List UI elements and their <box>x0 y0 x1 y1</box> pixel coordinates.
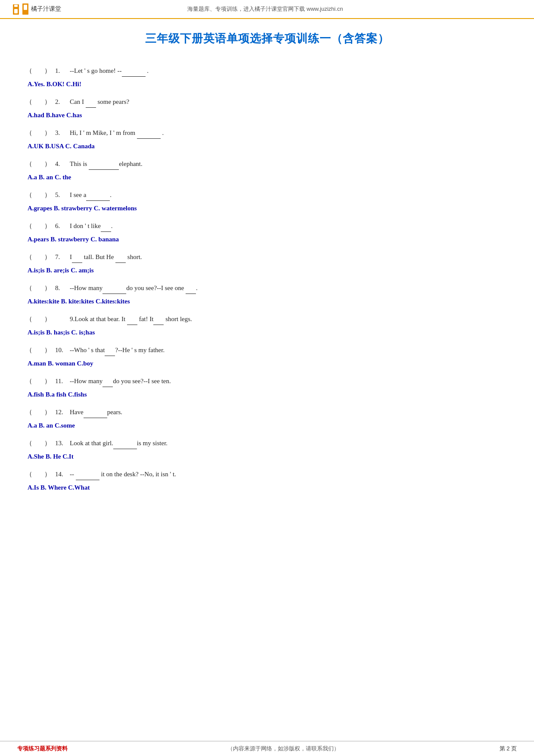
footer-right: 第 2 页 <box>500 745 517 753</box>
options-row: A.is;is B. are;is C. am;is <box>26 265 508 276</box>
options-row: A.man B. woman C.boy <box>26 358 508 369</box>
logo-icon <box>13 3 28 15</box>
options-row: A.had B.have C.has <box>26 109 508 121</box>
question-row: （ ） 4. This is elephant. <box>26 158 508 170</box>
options-row: A.She B. He C.It <box>26 451 508 462</box>
question-row: （ ） 5. I see a. <box>26 189 508 201</box>
question-number: 1. <box>55 65 67 77</box>
options-row: A.is;is B. has;is C. is;has <box>26 327 508 338</box>
options-row: A.a B. an C.some <box>26 420 508 431</box>
footer-center: （内容来源于网络，如涉版权，请联系我们） <box>227 745 339 753</box>
footer-left: 专项练习题系列资料 <box>17 745 68 753</box>
question-row: （ ） 7. I tall. But He short. <box>26 251 508 263</box>
question-row: （ ） 9.Look at that bear. It fat! It shor… <box>26 313 508 325</box>
question-text: --Let ' s go home! -- . <box>70 65 508 77</box>
question-row: （ ） 12. Havepears. <box>26 406 508 418</box>
logo-area: 橘子汁课堂 <box>13 3 61 15</box>
page-title: 三年级下册英语单项选择专项训练一（含答案） <box>0 19 534 55</box>
options-row: A.fish B.a fish C.fishs <box>26 389 508 400</box>
question-row: （ ） 6. I don ' t like. <box>26 220 508 232</box>
footer: 专项练习题系列资料 （内容来源于网络，如涉版权，请联系我们） 第 2 页 <box>0 741 534 756</box>
content: （ ） 1. --Let ' s go home! -- . A.Yes. B.… <box>0 55 534 530</box>
options-row: A.Yes. B.OK! C.Hi! <box>26 78 508 90</box>
logo-text: 橘子汁课堂 <box>31 5 61 13</box>
options-row: A.pears B. strawberry C. banana <box>26 234 508 245</box>
header: 橘子汁课堂 海量题库、专项训练，进入橘子汁课堂官网下载 www.juzizhi.… <box>0 0 534 19</box>
options-row: A.a B. an C. the <box>26 172 508 183</box>
question-row: （ ） 13. Look at that girl.is my sister. <box>26 437 508 449</box>
bracket-open: （ <box>26 65 32 77</box>
header-slogan: 海量题库、专项训练，进入橘子汁课堂官网下载 www.juzizhi.cn <box>61 5 469 13</box>
question-row: （ ） 11. --How manydo you see?--I see ten… <box>26 375 508 387</box>
options-row: A.UK B.USA C. Canada <box>26 141 508 152</box>
options-row: A.Is B. Where C.What <box>26 482 508 494</box>
question-row: （ ） 2. Can I some pears? <box>26 96 508 108</box>
question-row: （ ） 3. Hi, I ' m Mike, I ' m from . <box>26 127 508 139</box>
question-row: （ ） 10. --Who ' s that?--He ' s my fathe… <box>26 344 508 356</box>
question-row: （ ） 1. --Let ' s go home! -- . <box>26 65 508 77</box>
question-row: （ ） 14. -- it on the desk? --No, it isn … <box>26 469 508 480</box>
question-row: （ ） 8. --How manydo you see?--I see one … <box>26 282 508 294</box>
bracket-close: ） <box>44 65 51 77</box>
options-row: A.grapes B. strawberry C. watermelons <box>26 203 508 214</box>
options-row: A.kites:kite B. kite:kites C.kites:kites <box>26 296 508 307</box>
